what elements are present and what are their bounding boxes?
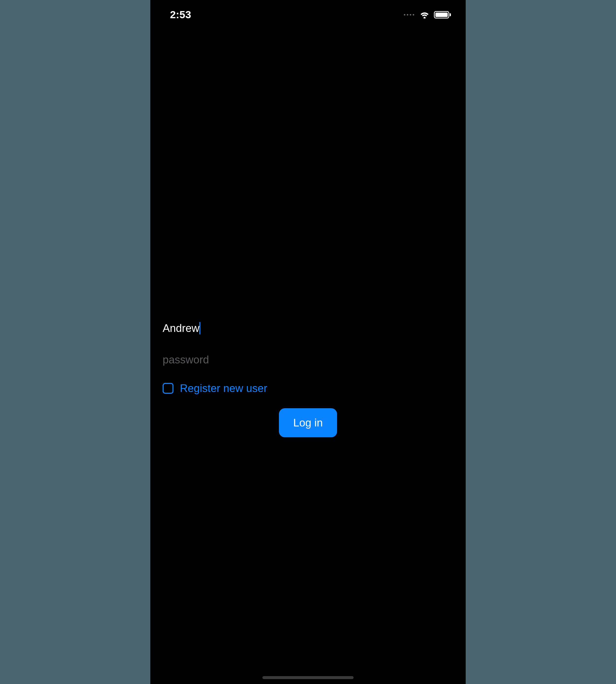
username-field-wrap — [162, 320, 454, 337]
password-field-wrap — [162, 351, 454, 368]
register-label[interactable]: Register new user — [180, 382, 267, 394]
text-caret — [199, 322, 200, 334]
register-checkbox[interactable] — [162, 383, 174, 394]
register-row: Register new user — [162, 382, 454, 394]
login-form: Register new user Log in — [162, 320, 454, 437]
battery-icon — [434, 11, 451, 19]
login-button-row: Log in — [162, 408, 454, 437]
cellular-dots-icon — [404, 14, 414, 16]
wifi-icon — [419, 11, 430, 19]
username-input[interactable] — [162, 320, 454, 337]
login-button[interactable]: Log in — [279, 408, 337, 437]
device-frame: 2:53 — [150, 0, 466, 684]
home-indicator — [262, 676, 354, 679]
status-time: 2:53 — [170, 9, 191, 21]
status-bar: 2:53 — [150, 0, 466, 29]
status-right — [404, 11, 451, 19]
password-input[interactable] — [162, 351, 454, 368]
